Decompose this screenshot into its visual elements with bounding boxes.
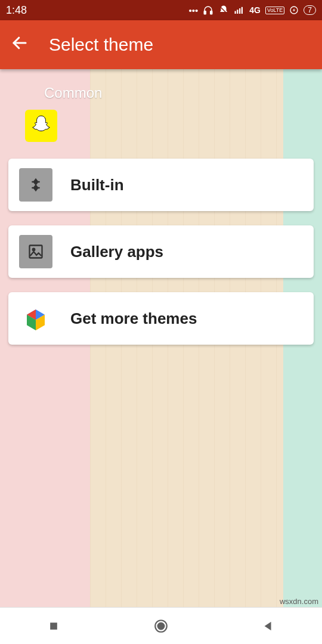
nav-home-button[interactable] bbox=[153, 618, 169, 634]
theme-tile-snapchat[interactable] bbox=[25, 110, 57, 142]
card-gallery-apps-label: Gallery apps bbox=[70, 243, 163, 261]
svg-rect-11 bbox=[50, 623, 57, 630]
gallery-icon bbox=[19, 235, 52, 268]
battery-icon: 7 bbox=[304, 5, 316, 15]
svg-rect-9 bbox=[30, 246, 42, 258]
card-get-more-themes-label: Get more themes bbox=[70, 309, 197, 328]
watermark: wsxdn.com bbox=[280, 597, 318, 606]
nav-recent-button[interactable] bbox=[46, 618, 61, 634]
svg-point-13 bbox=[158, 623, 165, 629]
svg-rect-3 bbox=[235, 11, 236, 14]
status-time: 1:48 bbox=[6, 4, 27, 17]
status-bar: 1:48 ••• 4G VoLTE 7 bbox=[0, 0, 322, 20]
system-nav-bar bbox=[0, 607, 322, 644]
back-button[interactable] bbox=[11, 34, 29, 56]
section-header-common: Common bbox=[44, 85, 314, 101]
content-area: Common Built-in Gallery apps Get more th… bbox=[0, 69, 322, 607]
card-get-more-themes[interactable]: Get more themes bbox=[8, 292, 314, 345]
battery-level: 7 bbox=[308, 6, 312, 14]
more-icon: ••• bbox=[189, 5, 199, 16]
charging-icon bbox=[289, 5, 299, 15]
snapchat-icon bbox=[29, 114, 53, 138]
svg-rect-1 bbox=[210, 11, 212, 14]
svg-rect-5 bbox=[239, 8, 240, 14]
network-type: 4G bbox=[249, 5, 261, 15]
svg-rect-0 bbox=[205, 11, 206, 14]
headphones-icon bbox=[203, 5, 213, 16]
nav-back-button[interactable] bbox=[261, 618, 276, 634]
silent-icon bbox=[218, 5, 229, 16]
volte-icon: VoLTE bbox=[265, 7, 284, 14]
svg-rect-4 bbox=[237, 10, 239, 14]
card-gallery-apps[interactable]: Gallery apps bbox=[8, 225, 314, 278]
built-in-icon bbox=[19, 168, 52, 202]
card-built-in[interactable]: Built-in bbox=[8, 159, 314, 211]
play-store-icon bbox=[19, 302, 52, 335]
page-title: Select theme bbox=[49, 35, 153, 55]
card-built-in-label: Built-in bbox=[70, 176, 124, 194]
signal-icon bbox=[234, 5, 244, 16]
status-indicators: ••• 4G VoLTE 7 bbox=[189, 5, 317, 16]
svg-rect-6 bbox=[242, 7, 243, 14]
svg-point-10 bbox=[33, 249, 35, 251]
app-bar: Select theme bbox=[0, 20, 322, 69]
